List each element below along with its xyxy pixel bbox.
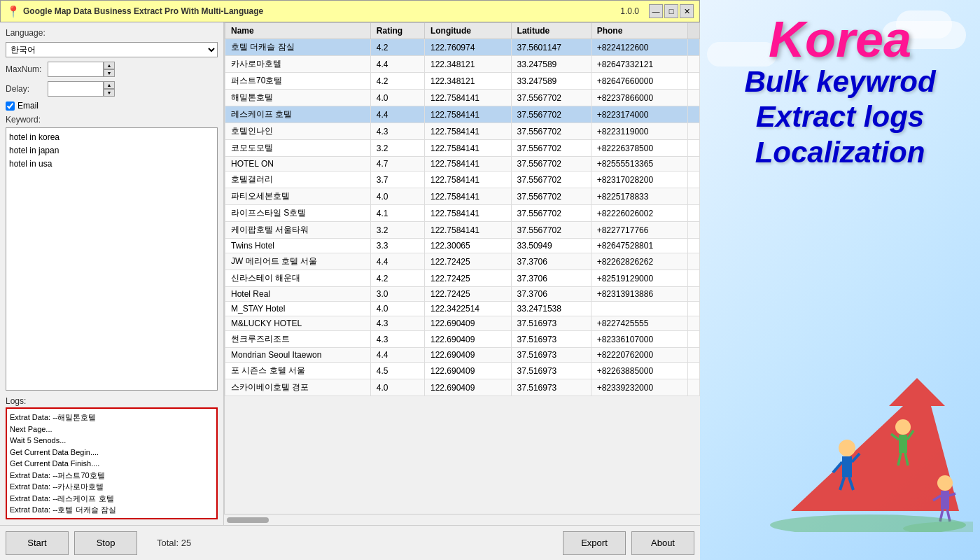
cell-extra [688,56,700,73]
cell-rating: 3.3 [370,239,424,253]
table-row[interactable]: 카사로마호텔4.4122.34812133.247589+82647332121 [225,56,700,73]
cell-name: 레스케이프 호텔 [225,106,371,123]
cell-phone: +8227425555 [591,316,687,331]
log-line: Wait 5 Senods... [10,435,214,447]
col-scroll [688,23,700,39]
cell-extra [688,222,700,239]
log-line: Extrat Data: --해밀톤호텔 [10,412,214,424]
cell-longitude: 122.760974 [424,39,511,56]
cell-name: 퍼스트70호텔 [225,73,371,90]
table-row[interactable]: 퍼스트70호텔4.2122.34812133.247589+8264766000… [225,73,700,90]
h-scrollbar[interactable] [224,514,700,525]
table-row[interactable]: 파티오세본호텔4.0122.758414137.5567702+82251788… [225,188,700,205]
table-row[interactable]: 포 시즌스 호텔 서울4.5122.69040937.516973+822638… [225,363,700,379]
promo-extract: Extract logs [756,99,924,134]
cell-name: 카사로마호텔 [225,56,371,73]
log-line: Get Current Data Begin.... [10,447,214,458]
language-row: Language: [6,28,218,38]
cell-phone: +8224122600 [591,39,687,56]
cell-latitude: 33.50949 [511,239,591,253]
table-row[interactable]: JW 메리어트 호텔 서울4.4122.7242537.3706+8226282… [225,253,700,270]
table-body: 호텔 더캐슬 잠실4.2122.76097437.5601147+8224122… [225,39,700,396]
cloud-3 [707,42,777,66]
table-container[interactable]: Name Rating Longitude Latitude Phone 호텔 … [224,22,700,514]
table-row[interactable]: 레스케이프 호텔4.4122.758414137.5567702+8223174… [225,106,700,123]
cell-longitude: 122.690409 [424,316,511,331]
keyword-label: Keyword: [6,115,218,125]
table-row[interactable]: Hotel Real3.0122.7242537.3706+8231391388… [225,287,700,302]
logs-label: Logs: [6,396,218,406]
stop-button[interactable]: Stop [74,531,137,555]
cell-name: 호텔갤러리 [225,172,371,188]
cell-latitude: 37.516973 [511,363,591,379]
cell-extra [688,39,700,56]
cell-latitude: 33.2471538 [511,302,591,316]
start-button[interactable]: Start [6,531,69,555]
log-line: Extrat Data: --호텔 더캐슬 잠실 [10,504,214,516]
svg-rect-3 [842,456,852,477]
table-row[interactable]: 코모도모텔3.2122.758414137.5567702+8222637850… [225,140,700,157]
language-label: Language: [6,28,48,38]
promo-bulk: Bulk keywrod [744,64,935,99]
maxnum-input[interactable]: 500 [48,62,104,77]
cell-latitude: 33.247589 [511,73,591,90]
cell-rating: 4.7 [370,157,424,172]
cell-latitude: 37.5567702 [511,205,591,222]
minimize-button[interactable]: — [649,4,663,18]
cell-name: 코모도모텔 [225,140,371,157]
table-row[interactable]: 해밀톤호텔4.0122.758414137.5567702+8223786600… [225,90,700,106]
language-select-row: 한국어 English 日本語 [6,42,218,57]
cell-phone: +82226026002 [591,205,687,222]
cell-latitude: 37.516973 [511,316,591,331]
cell-extra [688,316,700,331]
cell-phone: +82313913886 [591,287,687,302]
cell-longitude: 122.7584141 [424,205,511,222]
table-row[interactable]: 썬크루즈리조트4.3122.69040937.516973+8233610700… [225,331,700,348]
delay-down-arrow[interactable]: ▼ [104,89,115,97]
table-row[interactable]: Mondrian Seoul Itaewon4.4122.69040937.51… [225,348,700,363]
table-row[interactable]: 케이팝호텔 서울타워3.2122.758414137.5567702+82277… [225,222,700,239]
export-button[interactable]: Export [563,531,626,555]
data-area: Name Rating Longitude Latitude Phone 호텔 … [224,22,700,525]
maxnum-down-arrow[interactable]: ▼ [104,69,115,77]
maxnum-up-arrow[interactable]: ▲ [104,62,115,69]
cell-phone: +82336107000 [591,331,687,348]
table-row[interactable]: Twins Hotel3.3122.3006533.50949+82647528… [225,239,700,253]
cell-rating: 4.3 [370,331,424,348]
table-row[interactable]: 라이프스타일 S호텔4.1122.758414137.5567702+82226… [225,205,700,222]
table-row[interactable]: M_STAY Hotel4.0122.342251433.2471538 [225,302,700,316]
table-row[interactable]: 호텔갤러리3.7122.758414137.5567702+8231702820… [225,172,700,188]
cell-name: HOTEL ON [225,157,371,172]
table-row[interactable]: HOTEL ON4.7122.758414137.5567702+8255551… [225,157,700,172]
cell-longitude: 122.72425 [424,253,511,270]
table-row[interactable]: 호텔 더캐슬 잠실4.2122.76097437.5601147+8224122… [225,39,700,56]
cell-phone: +8225178833 [591,188,687,205]
table-row[interactable]: 스카이베이호텔 경포4.0122.69040937.516973+8233923… [225,379,700,396]
cell-rating: 4.5 [370,363,424,379]
data-table: Name Rating Longitude Latitude Phone 호텔 … [225,22,700,396]
about-button[interactable]: About [631,531,694,555]
maximize-button[interactable]: □ [664,4,678,18]
table-row[interactable]: 호텔인나인4.3122.758414137.5567702+8223119000 [225,123,700,140]
table-row[interactable]: M&LUCKY HOTEL4.3122.69040937.516973+8227… [225,316,700,331]
close-button[interactable]: ✕ [680,4,694,18]
cell-rating: 4.0 [370,302,424,316]
keyword-list[interactable]: hotel in koreahotel in japanhotel in usa [6,127,218,391]
email-checkbox[interactable] [6,102,15,111]
cell-extra [688,379,700,396]
cell-extra [688,363,700,379]
cell-extra [688,123,700,140]
delay-input[interactable]: 2 [48,81,104,97]
cell-phone: +8227717766 [591,222,687,239]
table-row[interactable]: 신라스테이 해운대4.2122.7242537.3706+82519129000 [225,270,700,287]
cell-rating: 4.3 [370,316,424,331]
cell-longitude: 122.690409 [424,348,511,363]
delay-row: Delay: 2 ▲ ▼ [6,81,218,97]
cell-rating: 4.2 [370,73,424,90]
cell-longitude: 122.690409 [424,331,511,348]
table-header-row: Name Rating Longitude Latitude Phone [225,23,700,39]
promo-illustration [763,336,973,532]
language-select[interactable]: 한국어 English 日本語 [6,42,218,57]
cell-extra [688,348,700,363]
delay-up-arrow[interactable]: ▲ [104,81,115,89]
